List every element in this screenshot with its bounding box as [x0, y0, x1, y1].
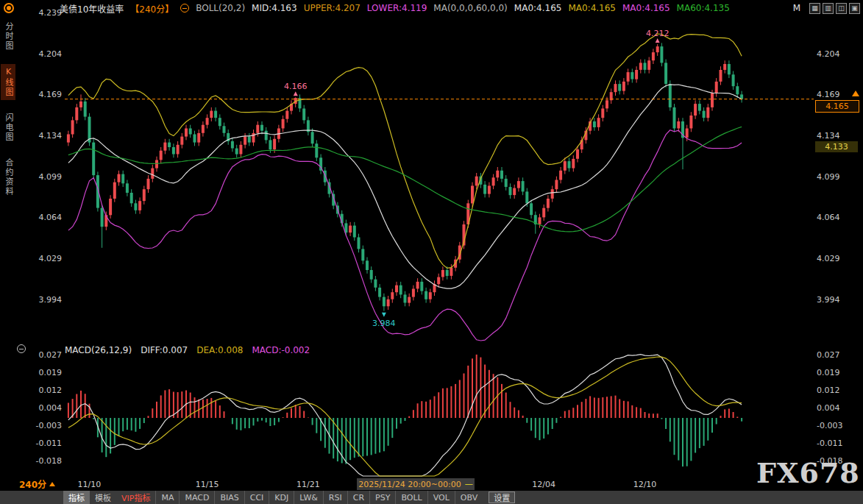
macd-hist-bar: [405, 418, 406, 421]
macd-hist-bar: [299, 406, 301, 418]
macd-hist-bar: [374, 418, 376, 454]
toolbar-tab-15[interactable]: OBV: [455, 491, 483, 504]
macd-hist-bar: [505, 393, 507, 419]
maximize-layout-icon[interactable]: ▣: [849, 3, 860, 14]
toolbar-tab-7[interactable]: CCI: [244, 491, 269, 504]
sidebar-item-kline[interactable]: K线图: [1, 64, 15, 100]
macd-hist-bar: [455, 384, 456, 418]
candle-body: [547, 199, 550, 208]
macd-hist-bar: [611, 396, 612, 418]
candle-body: [256, 125, 259, 133]
candle-body: [358, 238, 361, 249]
collapse-main-icon[interactable]: [180, 4, 189, 13]
price-arrow-icon[interactable]: [852, 90, 859, 96]
candle-body: [92, 143, 95, 176]
sidebar-item-fenshi[interactable]: 分时图: [1, 19, 15, 54]
toolbar-tab-2[interactable]: 模板: [90, 491, 116, 504]
boll-mid-line: [68, 85, 742, 288]
sidebar-item-contract[interactable]: 合约资料: [1, 155, 15, 199]
macd-hist-bar: [139, 418, 141, 429]
toolbar-tab-9[interactable]: LW&: [294, 491, 323, 504]
macd-hist-bar: [564, 411, 566, 418]
toolbar-tab-3[interactable]: VIP指标: [116, 491, 155, 504]
boll-upper-value: UPPER:4.207: [304, 3, 361, 13]
boll-lower-value: LOWER:4.119: [367, 3, 427, 13]
period-badge[interactable]: 240分: [19, 478, 55, 490]
toolbar-tab-5[interactable]: MACD: [179, 491, 214, 504]
macd-hist-bar: [686, 418, 688, 466]
macd-hist-bar: [400, 418, 402, 424]
macd-hist-bar: [337, 418, 338, 461]
macd-axis-label-right: -0.011: [817, 439, 842, 448]
sidebar-item-lightning[interactable]: 闪电图: [1, 110, 15, 145]
toolbar-tab-4[interactable]: MA: [155, 491, 179, 504]
macd-hist-bar: [493, 374, 494, 418]
macd-hist-bar: [665, 418, 667, 429]
toolbar-tab-14[interactable]: VOL: [427, 491, 455, 504]
boll-mid-value: MID:4.163: [252, 3, 297, 13]
macd-hist-bar: [661, 418, 662, 419]
price-annotation: 4.212: [646, 29, 670, 38]
macd-hist-bar: [135, 418, 136, 432]
candle-body: [564, 161, 567, 171]
macd-hist-bar: [653, 414, 654, 418]
candle-body: [551, 189, 554, 199]
candle-body: [425, 291, 427, 299]
candle-body: [723, 64, 726, 70]
candle-body: [282, 119, 285, 129]
toolbar-tab-13[interactable]: BOLL: [395, 491, 427, 504]
candle-body: [231, 141, 234, 149]
macd-hist-bar: [514, 408, 515, 418]
candle-body: [720, 70, 722, 82]
macd-hist-bar: [303, 411, 305, 419]
split-layout-icon[interactable]: ◫: [836, 3, 847, 14]
candle-body: [134, 203, 137, 210]
macd-hist-bar: [741, 418, 742, 422]
macd-hist-bar: [408, 416, 410, 418]
candle-body: [361, 249, 364, 260]
macd-hist-bar: [198, 400, 199, 418]
y-axis-label-left: 4.064: [39, 213, 63, 222]
toolbar-tab-10[interactable]: RSI: [323, 491, 347, 504]
sidebar: 分时图K线图闪电图合约资料: [0, 19, 16, 199]
chart-layout-icon[interactable]: ▥: [823, 3, 834, 14]
menu-m[interactable]: M: [793, 3, 800, 13]
candle-body: [408, 297, 411, 303]
y-axis-label-left: 4.029: [39, 254, 63, 263]
candle-body: [172, 147, 175, 155]
macd-name: MACD(26,12,9): [65, 345, 132, 355]
candle-body: [647, 60, 650, 70]
candle-body: [113, 182, 116, 199]
candle-body: [517, 181, 520, 188]
macd-hist-bar: [690, 418, 692, 461]
period-text: 240分: [19, 478, 46, 490]
toolbar-tab-11[interactable]: CR: [347, 491, 369, 504]
macd-hist-bar: [283, 417, 284, 418]
macd-hist-bar: [210, 398, 212, 418]
y-axis-label-left: 4.204: [39, 49, 63, 59]
toolbar-tab-6[interactable]: BIAS: [214, 491, 244, 504]
collapse-macd-icon[interactable]: [17, 344, 26, 353]
candle-body: [311, 132, 314, 143]
chart-canvas[interactable]: 4.2394.2044.2044.1694.1694.1344.1344.099…: [0, 0, 863, 504]
macd-hist-bar: [447, 388, 448, 418]
candle-body: [244, 137, 246, 145]
candle-body: [315, 143, 318, 157]
candle-body: [664, 63, 667, 84]
toolbar-tab-16[interactable]: 设置: [489, 491, 515, 503]
grid-layout-icon[interactable]: ▦: [809, 3, 820, 14]
candle-body: [302, 109, 305, 121]
macd-hist-bar: [459, 380, 461, 418]
candle-body: [404, 294, 407, 302]
candle-body: [219, 118, 221, 126]
toolbar-tab-12[interactable]: PSY: [369, 491, 395, 504]
toolbar-tab-8[interactable]: KDJ: [269, 491, 294, 504]
candle-body: [155, 160, 158, 168]
candle-body: [147, 179, 150, 189]
macd-hist-bar: [160, 395, 162, 418]
toolbar-tab-1[interactable]: 指标: [63, 491, 90, 504]
macd-hist-bar: [547, 418, 549, 434]
logo-icon[interactable]: [4, 3, 14, 13]
boll-label: BOLL(20,2): [196, 3, 245, 13]
macd-hist-bar: [89, 404, 90, 418]
